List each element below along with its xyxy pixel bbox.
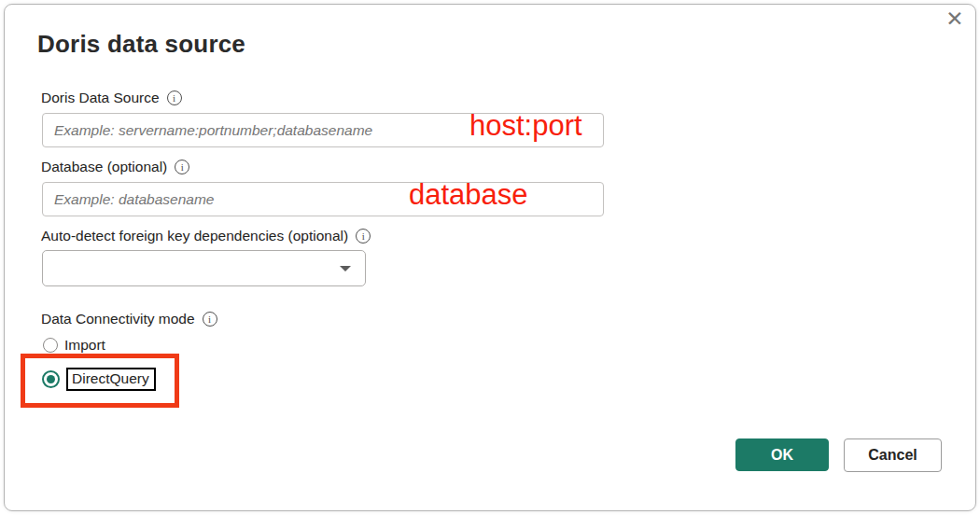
directquery-focus-box: DirectQuery (66, 368, 156, 391)
radio-option-directquery[interactable]: DirectQuery (42, 368, 156, 391)
info-icon[interactable]: i (167, 90, 182, 105)
radio-option-import[interactable]: Import (43, 337, 105, 354)
info-icon[interactable]: i (175, 160, 189, 174)
data-source-input[interactable] (42, 113, 604, 147)
ok-button[interactable]: OK (735, 438, 829, 471)
auto-detect-dropdown[interactable] (42, 250, 366, 286)
database-label: Database (optional) (41, 159, 167, 175)
connectivity-label-row: Data Connectivity mode i (41, 311, 217, 327)
database-label-row: Database (optional) i (41, 159, 189, 175)
data-source-label: Doris Data Source (41, 90, 160, 106)
database-input[interactable] (42, 182, 604, 216)
auto-detect-label: Auto-detect foreign key dependencies (op… (41, 228, 348, 244)
doris-data-source-dialog-page: ✕ Doris data source Doris Data Source i … (0, 0, 980, 515)
radio-import-label: Import (64, 337, 105, 354)
data-source-label-row: Doris Data Source i (41, 90, 182, 106)
chevron-down-icon (340, 266, 351, 271)
cancel-button[interactable]: Cancel (844, 438, 942, 472)
radio-directquery-label: DirectQuery (72, 370, 149, 386)
info-icon[interactable]: i (203, 312, 217, 327)
info-icon[interactable]: i (356, 229, 371, 244)
connectivity-label: Data Connectivity mode (41, 311, 195, 327)
auto-detect-label-row: Auto-detect foreign key dependencies (op… (41, 228, 371, 244)
radio-selected-icon[interactable] (42, 370, 60, 388)
close-icon[interactable]: ✕ (939, 4, 971, 34)
radio-dot (47, 375, 55, 383)
dialog-title: Doris data source (37, 30, 245, 59)
radio-unselected-icon[interactable] (43, 338, 58, 353)
